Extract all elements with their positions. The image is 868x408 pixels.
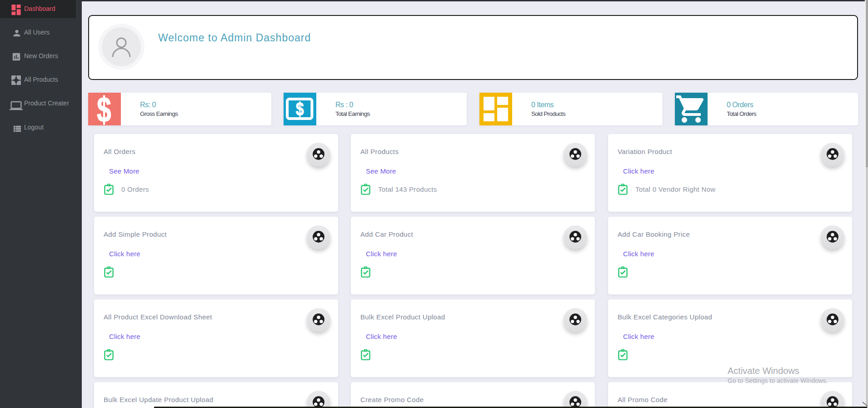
svg-text:$: $	[296, 99, 304, 119]
svg-text:$: $	[97, 93, 111, 125]
